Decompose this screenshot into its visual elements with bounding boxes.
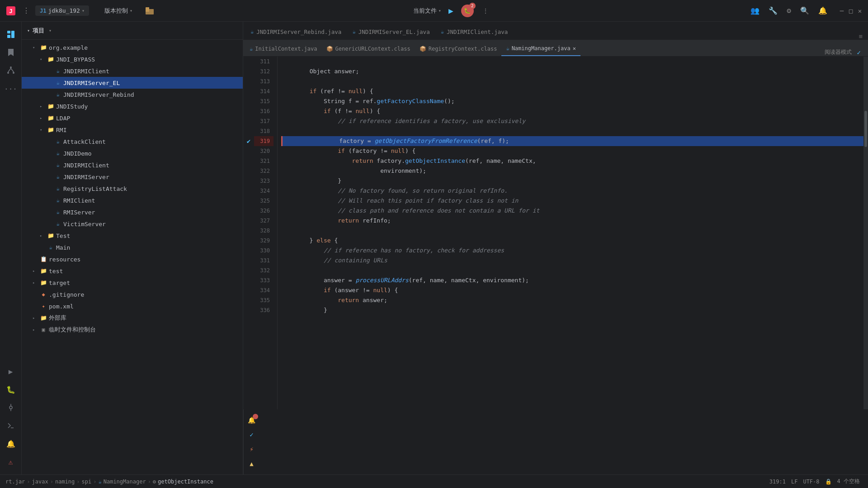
tree-item-target[interactable]: ▸ 📁 target bbox=[22, 277, 243, 289]
line-numbers: 311 312 313 314 315 316 317 318 319 320 … bbox=[254, 57, 278, 409]
tree-item-jndi-bypass[interactable]: ▾ 📁 JNDI_BYPASS bbox=[22, 53, 243, 65]
notifications-icon[interactable]: 🔔 bbox=[816, 5, 829, 17]
tree-item-ldap[interactable]: ▸ 📁 LDAP bbox=[22, 112, 243, 124]
reader-mode-label: 阅读器模式 ✓ bbox=[819, 48, 866, 56]
code-content[interactable]: Object answer; if (ref != null) { String… bbox=[278, 57, 863, 409]
tree-item-registrylistattack[interactable]: ▸ ☕ RegistryListAttack bbox=[22, 183, 243, 194]
panel-header-project[interactable]: ▾ 项目 ▾ bbox=[22, 22, 243, 40]
tree-item-rmiserver[interactable]: ▸ ☕ RMIServer bbox=[22, 206, 243, 218]
tab-overflow-button[interactable]: ≡ bbox=[855, 33, 866, 40]
ln-319: 319 bbox=[254, 136, 274, 146]
tree-item-ext-libs[interactable]: ▸ 📁 外部库 bbox=[22, 312, 243, 324]
ln-335: 335 bbox=[254, 295, 274, 305]
right-icon-checkmark[interactable]: ✓ bbox=[245, 428, 258, 441]
bc-getobjectinstance[interactable]: getObjectInstance bbox=[158, 479, 213, 485]
bc-rtjar[interactable]: rt.jar bbox=[5, 479, 25, 485]
sidebar-icon-dots[interactable]: ··· bbox=[3, 81, 19, 97]
java-icon: ☕ bbox=[54, 197, 61, 204]
right-icon-notifications[interactable]: 🔔 bbox=[245, 414, 258, 426]
tree-item-resources[interactable]: ▸ 📋 resources bbox=[22, 253, 243, 265]
bc-naming[interactable]: naming bbox=[55, 479, 75, 485]
tree-item-rmiclient[interactable]: ▸ ☕ RMIClient bbox=[22, 194, 243, 206]
tree-item-rmi[interactable]: ▾ 📁 RMI bbox=[22, 124, 243, 136]
right-icon-error[interactable]: ⚡ bbox=[245, 443, 258, 455]
tab-java-icon: ☕ bbox=[441, 28, 444, 35]
code-line-319: factory = getObjectFactoryFromReference(… bbox=[281, 136, 863, 146]
team-icon[interactable]: 👥 bbox=[749, 5, 761, 17]
status-position[interactable]: 319:1 bbox=[767, 479, 788, 485]
maximize-button[interactable]: □ bbox=[847, 7, 854, 14]
code-line-330: // if reference has no factory, check fo… bbox=[281, 246, 863, 256]
tree-item-temp-files[interactable]: ▸ ▣ 临时文件和控制台 bbox=[22, 324, 243, 336]
bc-method-icon: ⚙ bbox=[153, 479, 156, 485]
project-selector[interactable]: J1 jdk8u_192 ▾ bbox=[35, 5, 89, 16]
run-config-label: 当前文件 bbox=[413, 7, 437, 15]
gutter-328 bbox=[243, 226, 254, 236]
vertical-scrollbar[interactable] bbox=[863, 57, 868, 409]
tree-item-org-example[interactable]: ▾ 📁 org.example bbox=[22, 42, 243, 53]
settings-icon[interactable]: 🔧 bbox=[767, 5, 779, 17]
sidebar-icon-project[interactable] bbox=[3, 26, 19, 43]
sidebar-icon-terminal[interactable] bbox=[3, 417, 19, 434]
tab2-initialcontext[interactable]: ☕ InitialContext.java bbox=[245, 42, 322, 56]
ln-323: 323 bbox=[254, 176, 274, 186]
tree-item-victimserver[interactable]: ▸ ☕ VictimServer bbox=[22, 218, 243, 230]
tree-item-jndirmiserver[interactable]: ▸ ☕ JNDIRMIServer bbox=[22, 171, 243, 183]
sidebar-icon-git[interactable] bbox=[3, 399, 19, 416]
status-line-ending[interactable]: LF bbox=[788, 479, 800, 485]
status-indentation[interactable]: 4 个空格 bbox=[835, 478, 863, 485]
tree-item-main[interactable]: ▸ ☕ Main bbox=[22, 242, 243, 253]
plugins-icon[interactable]: ⚙ bbox=[785, 5, 793, 17]
sidebar-icon-run[interactable]: ▶ bbox=[3, 363, 19, 379]
tab-jndirmiserver-el[interactable]: ☕ JNDIRMIServer_EL.java bbox=[347, 24, 435, 40]
tree-item-jndirmiserver-rebind[interactable]: ▸ ☕ JNDIRMIServer_Rebind bbox=[22, 89, 243, 100]
sidebar-icon-notifications[interactable]: 🔔 bbox=[3, 436, 19, 452]
gutter-318 bbox=[243, 126, 254, 136]
tree-item-jndirmiserver-el[interactable]: ▸ ☕ JNDIRMIServer_EL bbox=[22, 77, 243, 89]
sidebar-icon-bookmarks[interactable] bbox=[3, 44, 19, 61]
tree-item-gitignore[interactable]: ▸ ◆ .gitignore bbox=[22, 289, 243, 300]
tree-item-jndirmiclient[interactable]: ▸ ☕ JNDIRMIClient bbox=[22, 65, 243, 77]
close-button[interactable]: ✕ bbox=[856, 7, 863, 14]
status-encoding[interactable]: UTF-8 bbox=[800, 479, 822, 485]
sidebar-icon-structure[interactable] bbox=[3, 62, 19, 79]
code-line-325: // Will reach this point if factory clas… bbox=[281, 196, 863, 206]
tab-jndirmiclient[interactable]: ☕ JNDIRMIClient.java bbox=[435, 24, 514, 40]
more-run-options[interactable]: ⋮ bbox=[477, 3, 494, 19]
panel-chevron: ▾ bbox=[27, 28, 30, 33]
scrollbar-thumb-v[interactable] bbox=[864, 111, 867, 147]
bc-javax[interactable]: javax bbox=[32, 479, 48, 485]
right-icon-warning[interactable]: ▲ bbox=[245, 457, 258, 470]
tree-arrow-collapsed: ▸ bbox=[33, 316, 40, 320]
tab-jndirmiserver-rebind[interactable]: ☕ JNDIRMIServer_Rebind.java bbox=[245, 24, 347, 40]
tree-item-test-src[interactable]: ▸ 📁 test bbox=[22, 265, 243, 277]
tree-item-pom-xml[interactable]: ▸ ✦ pom.xml bbox=[22, 300, 243, 312]
search-icon[interactable]: 🔍 bbox=[798, 5, 811, 17]
gutter-317 bbox=[243, 116, 254, 126]
tree-item-jndistudy[interactable]: ▸ 📁 JNDIStudy bbox=[22, 100, 243, 112]
tree-item-jndirmiclient2[interactable]: ▸ ☕ JNDIRMIClient bbox=[22, 159, 243, 171]
tree-label-target: target bbox=[49, 280, 70, 286]
code-editor[interactable]: ✔ bbox=[243, 57, 868, 409]
bc-namingmanager[interactable]: NamingManager bbox=[104, 479, 146, 485]
tab-close-button[interactable]: ✕ bbox=[573, 45, 576, 52]
menu-dots[interactable]: ⋮ bbox=[21, 5, 32, 17]
run-button[interactable]: ▶ bbox=[445, 5, 458, 17]
tab2-registrycontext[interactable]: 📦 RegistryContext.class bbox=[415, 42, 502, 56]
tree-item-test-folder[interactable]: ▸ 📁 Test bbox=[22, 230, 243, 242]
tab2-genericurlcontext[interactable]: 📦 GenericURLContext.class bbox=[322, 42, 415, 56]
minimize-button[interactable]: ─ bbox=[838, 7, 845, 14]
bc-spi[interactable]: spi bbox=[82, 479, 92, 485]
file-explorer-icon[interactable] bbox=[142, 3, 158, 19]
version-control-selector[interactable]: 版本控制 ▾ bbox=[101, 5, 136, 17]
status-lock-icon[interactable]: 🔒 bbox=[822, 479, 835, 485]
tree-item-jndidemo[interactable]: ▸ ☕ JNDIDemo bbox=[22, 147, 243, 159]
debug-button[interactable]: 🐛 2 bbox=[461, 5, 474, 17]
run-config-selector[interactable]: 当前文件 ▾ bbox=[413, 7, 441, 15]
tab2-namingmanager[interactable]: ☕ NamingManager.java ✕ bbox=[501, 42, 580, 56]
sidebar-icon-debug[interactable]: 🐛 bbox=[3, 381, 19, 398]
gutter-313 bbox=[243, 76, 254, 86]
editor-area: ☕ JNDIRMIServer_Rebind.java ☕ JNDIRMISer… bbox=[243, 22, 868, 474]
sidebar-icon-problems[interactable]: ⚠ bbox=[3, 454, 19, 470]
tree-item-attackclient[interactable]: ▸ ☕ AttackClient bbox=[22, 136, 243, 147]
